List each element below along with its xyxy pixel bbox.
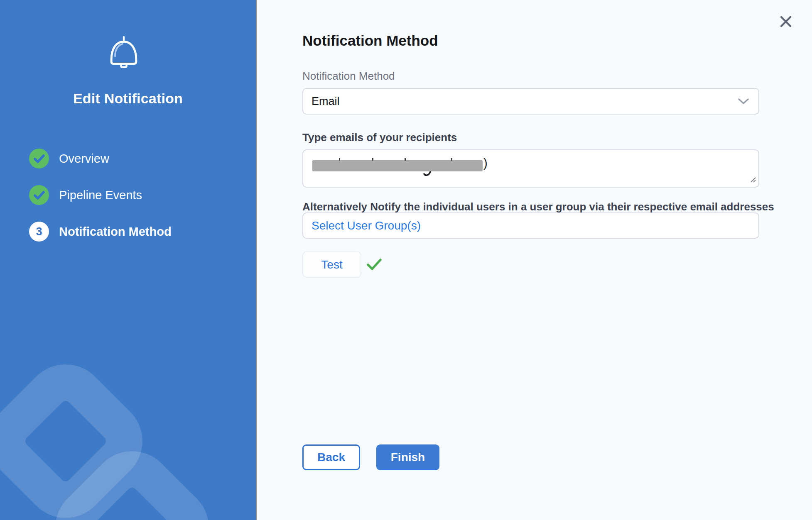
wizard-sidebar: Edit Notification Overview Pipeline Even… [0, 0, 256, 520]
step-label: Notification Method [59, 225, 172, 239]
step-number-badge: 3 [29, 222, 49, 242]
redacted-email-value [312, 160, 483, 171]
page-title: Notification Method [302, 32, 438, 49]
step-label: Pipeline Events [59, 188, 142, 202]
user-group-label: Alternatively Notify the individual user… [302, 200, 774, 213]
step-number: 3 [29, 222, 49, 242]
step-pipeline-events[interactable]: Pipeline Events [29, 185, 237, 205]
select-user-groups-link[interactable]: Select User Group(s) [312, 219, 421, 232]
wizard-title: Edit Notification [0, 90, 256, 107]
resize-handle-icon[interactable] [749, 176, 757, 185]
redacted-text-fragment [405, 158, 406, 161]
chevron-down-icon [738, 98, 749, 107]
redacted-text-fragment [451, 158, 452, 161]
selected-method-value: Email [312, 95, 340, 108]
notification-method-panel: Notification Method Notification Method … [257, 0, 812, 520]
check-icon [366, 258, 382, 273]
step-label: Overview [59, 152, 109, 166]
bell-icon [109, 36, 139, 71]
method-label: Notification Method [302, 70, 395, 83]
recipients-textarea[interactable]: ) [302, 149, 759, 188]
redacted-value-suffix: ) [483, 156, 488, 170]
check-circle-icon [29, 185, 49, 205]
check-circle-icon [29, 149, 49, 168]
step-notification-method[interactable]: 3 Notification Method [29, 222, 237, 242]
step-overview[interactable]: Overview [29, 149, 237, 168]
wizard-steps: Overview Pipeline Events 3 Notification … [29, 149, 237, 258]
redacted-text-fragment [372, 158, 373, 161]
notification-method-select[interactable]: Email [302, 88, 759, 115]
redacted-text-fragment [423, 171, 432, 178]
select-user-groups-field[interactable]: Select User Group(s) [302, 212, 759, 239]
recipients-label: Type emails of your recipients [302, 131, 457, 144]
close-icon[interactable] [778, 13, 794, 30]
test-button[interactable]: Test [302, 251, 361, 278]
finish-button[interactable]: Finish [376, 444, 439, 470]
back-button[interactable]: Back [302, 444, 360, 470]
redacted-text-fragment [339, 158, 340, 161]
